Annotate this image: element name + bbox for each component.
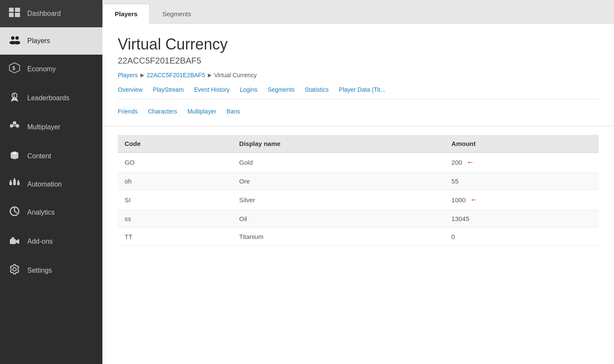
svg-point-22 [14, 178, 15, 180]
page-title: Virtual Currency [118, 35, 599, 53]
nav-characters[interactable]: Characters [148, 108, 177, 116]
sidebar-label-leaderboards: Leaderboards [27, 94, 70, 102]
page-content: Virtual Currency 22ACC5F201E2BAF5 Player… [102, 23, 614, 364]
multiplayer-icon [9, 120, 20, 134]
nav-segments[interactable]: Segments [268, 86, 294, 94]
sidebar-item-addons[interactable]: Add-ons [0, 227, 102, 256]
table-row: ssOil13045 [118, 210, 599, 228]
nav-overview[interactable]: Overview [118, 86, 143, 94]
cell-code[interactable]: ss [118, 210, 233, 228]
sidebar-item-dashboard[interactable]: Dashboard [0, 0, 102, 27]
addons-icon [9, 235, 20, 248]
cell-displayname[interactable]: Oil [233, 210, 445, 228]
settings-icon [9, 264, 20, 277]
cell-displayname[interactable]: Titanium [233, 228, 445, 246]
sidebar-item-automation[interactable]: Automation [0, 171, 102, 198]
table-row: GOGold200← [118, 153, 599, 172]
cell-amount: 13045 [445, 210, 599, 228]
economy-icon: $ [9, 62, 20, 76]
cell-amount: 1000← [445, 190, 599, 210]
sidebar-label-settings: Settings [27, 267, 52, 274]
tab-segments[interactable]: Segments [150, 4, 204, 23]
svg-text:1: 1 [13, 93, 15, 98]
sidebar-item-leaderboards[interactable]: 1 Leaderboards [0, 84, 102, 113]
nav-playstream[interactable]: PlayStream [153, 86, 183, 94]
svg-point-5 [15, 36, 19, 40]
currency-table: Code Display name Amount GOGold200←ohOre… [118, 135, 599, 246]
nav-logins[interactable]: Logins [240, 86, 257, 94]
svg-point-21 [10, 180, 12, 182]
nav-links-row1: Overview PlayStream Event History Logins… [118, 86, 599, 99]
table-row: ohOre55 [118, 172, 599, 190]
arrow-indicator-icon: ← [466, 158, 474, 167]
sidebar-label-addons: Add-ons [27, 238, 53, 245]
breadcrumb-arrow-2: ▶ [208, 72, 212, 78]
svg-rect-20 [17, 182, 20, 185]
main-content: Players Segments Virtual Currency 22ACC5… [102, 0, 614, 364]
sidebar-item-economy[interactable]: $ Economy [0, 55, 102, 84]
col-header-code: Code [118, 135, 233, 153]
players-icon [9, 35, 20, 47]
breadcrumb-current: Virtual Currency [214, 72, 257, 79]
sidebar-label-analytics: Analytics [27, 209, 55, 216]
sidebar-label-players: Players [27, 37, 50, 45]
breadcrumb-players-link[interactable]: Players [118, 72, 138, 79]
col-header-displayname: Display name [233, 135, 445, 153]
sidebar-item-multiplayer[interactable]: Multiplayer [0, 113, 102, 142]
nav-statistics[interactable]: Statistics [305, 86, 329, 94]
cell-code[interactable]: SI [118, 190, 233, 210]
nav-player-data[interactable]: Player Data (Tit... [339, 86, 385, 94]
sidebar-item-settings[interactable]: Settings [0, 256, 102, 285]
cell-displayname[interactable]: Silver [233, 190, 445, 210]
svg-text:$: $ [12, 65, 15, 71]
svg-rect-1 [15, 8, 20, 12]
content-divider [102, 126, 614, 126]
nav-friends[interactable]: Friends [118, 108, 138, 116]
svg-rect-2 [9, 13, 14, 17]
top-tabs-bar: Players Segments [102, 0, 614, 23]
sidebar-item-players[interactable]: Players [0, 27, 102, 55]
cell-code[interactable]: GO [118, 153, 233, 172]
sidebar: Dashboard Players $ Economy 1 [0, 0, 102, 364]
svg-point-4 [11, 36, 15, 40]
breadcrumb: Players ▶ 22ACC5F201E2BAF5 ▶ Virtual Cur… [118, 72, 599, 79]
leaderboards-icon: 1 [9, 91, 20, 105]
nav-links-row2: Friends Characters Multiplayer Bans [118, 104, 599, 116]
sidebar-label-multiplayer: Multiplayer [27, 123, 60, 131]
dashboard-icon [9, 8, 20, 20]
analytics-icon [9, 206, 20, 219]
sidebar-item-analytics[interactable]: Analytics [0, 198, 102, 227]
nav-multiplayer[interactable]: Multiplayer [187, 108, 216, 116]
cell-code[interactable]: TT [118, 228, 233, 246]
sidebar-label-economy: Economy [27, 65, 56, 73]
table-row: TTTitanium0 [118, 228, 599, 246]
svg-rect-0 [9, 8, 14, 12]
breadcrumb-arrow-1: ▶ [140, 72, 144, 78]
table-row: SISilver1000← [118, 190, 599, 210]
col-header-amount: Amount [445, 135, 599, 153]
arrow-indicator-icon: ← [470, 195, 477, 204]
breadcrumb-playerid-link[interactable]: 22ACC5F201E2BAF5 [147, 72, 205, 79]
nav-event-history[interactable]: Event History [194, 86, 230, 94]
cell-amount: 200← [445, 153, 599, 172]
svg-rect-26 [12, 237, 14, 240]
svg-rect-18 [9, 182, 12, 185]
sidebar-label-content: Content [27, 152, 51, 160]
content-icon [9, 149, 20, 163]
table-header-row: Code Display name Amount [118, 135, 599, 153]
automation-icon [9, 178, 20, 190]
svg-point-23 [17, 180, 19, 182]
player-id: 22ACC5F201E2BAF5 [118, 56, 599, 66]
sidebar-label-automation: Automation [27, 181, 62, 188]
cell-amount: 55 [445, 172, 599, 190]
cell-amount: 0 [445, 228, 599, 246]
sidebar-label-dashboard: Dashboard [27, 10, 61, 17]
svg-rect-3 [15, 13, 20, 17]
cell-code[interactable]: oh [118, 172, 233, 190]
svg-rect-19 [13, 180, 16, 185]
cell-displayname[interactable]: Gold [233, 153, 445, 172]
cell-displayname[interactable]: Ore [233, 172, 445, 190]
tab-players[interactable]: Players [102, 4, 150, 23]
sidebar-item-content[interactable]: Content [0, 142, 102, 171]
nav-bans[interactable]: Bans [227, 108, 240, 116]
